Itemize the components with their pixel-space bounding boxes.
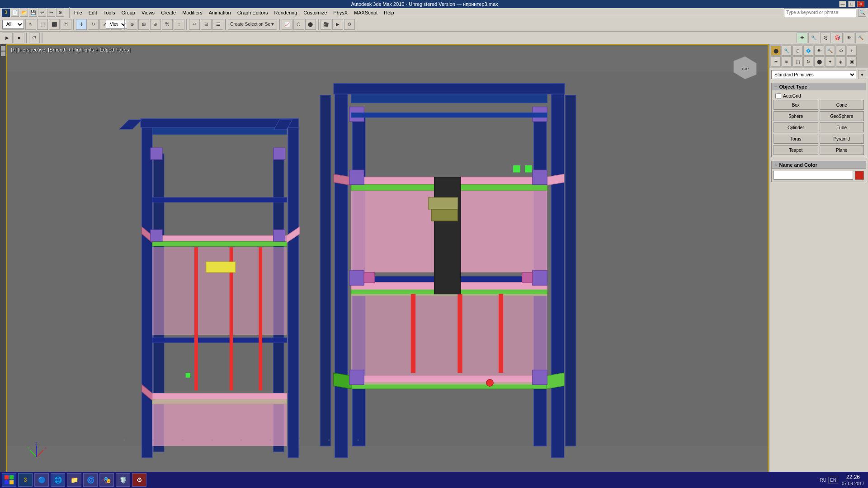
left-bar-btn-1[interactable] bbox=[1, 46, 5, 51]
name-input-field[interactable] bbox=[774, 171, 853, 180]
taskbar-app-3dsmax[interactable]: 3 bbox=[18, 473, 33, 487]
autogrid-checkbox[interactable] bbox=[775, 93, 781, 99]
taskbar-app-5[interactable]: 🌀 bbox=[83, 473, 98, 487]
viewport[interactable]: [+] [Perspective] [Smooth + Highlights +… bbox=[6, 44, 769, 474]
new-button[interactable]: 📄 bbox=[11, 9, 19, 17]
curve-editor-button[interactable]: 📈 bbox=[282, 19, 292, 30]
reference-coord-dropdown[interactable]: View bbox=[111, 19, 122, 30]
render-settings-button[interactable]: ⚙ bbox=[344, 19, 355, 30]
stop-animation-button[interactable]: ■ bbox=[14, 33, 24, 43]
taskbar-app-2[interactable]: 🔵 bbox=[34, 473, 49, 487]
color-swatch[interactable] bbox=[855, 171, 864, 180]
menu-customize[interactable]: Customize bbox=[301, 9, 330, 16]
create-selection-button[interactable]: Create Selection Se▼ bbox=[228, 19, 277, 30]
menu-tools[interactable]: Tools bbox=[101, 9, 118, 16]
utilities-panel-tab[interactable]: 🔨 bbox=[855, 33, 866, 43]
taskbar-app-3[interactable]: 🌐 bbox=[51, 473, 65, 487]
left-bar-btn-2[interactable] bbox=[1, 52, 5, 56]
minimize-button[interactable]: — bbox=[839, 1, 846, 7]
panel-icon-9[interactable]: ☀ bbox=[771, 56, 781, 66]
modify-panel-tab[interactable]: 🔧 bbox=[808, 33, 819, 43]
render-button[interactable]: 🎥 bbox=[321, 19, 331, 30]
dropdown-arrow[interactable]: ▼ bbox=[858, 70, 866, 79]
name-color-header[interactable]: − Name and Color bbox=[771, 161, 866, 169]
box-button[interactable]: Box bbox=[774, 100, 818, 110]
panel-icon-4[interactable]: 💠 bbox=[803, 46, 813, 56]
panel-icon-16[interactable]: ▣ bbox=[847, 56, 857, 66]
window-cross-button[interactable]: ⬛ bbox=[49, 19, 60, 30]
pyramid-button[interactable]: Pyramid bbox=[820, 134, 864, 144]
cone-button[interactable]: Cone bbox=[820, 100, 864, 110]
panel-icon-2[interactable]: 🔧 bbox=[782, 46, 792, 56]
panel-icon-8[interactable]: + bbox=[847, 46, 857, 56]
select-region-button[interactable]: ⬚ bbox=[37, 19, 48, 30]
snap-toggle-button[interactable]: ⊞ bbox=[138, 19, 149, 30]
menu-create[interactable]: Create bbox=[158, 9, 179, 16]
select-tool-button[interactable]: ↖ bbox=[25, 19, 36, 30]
select-filter-dropdown[interactable]: All bbox=[2, 19, 24, 30]
select-name-button[interactable]: H bbox=[61, 19, 71, 30]
cylinder-button[interactable]: Cylinder bbox=[774, 122, 818, 132]
material-editor-button[interactable]: ⬤ bbox=[305, 19, 316, 30]
panel-icon-7[interactable]: ⚙ bbox=[836, 46, 846, 56]
torus-button[interactable]: Torus bbox=[774, 134, 818, 144]
panel-icon-14[interactable]: ✦ bbox=[825, 56, 835, 66]
selection-filter-select[interactable]: All bbox=[2, 20, 24, 29]
panel-icon-6[interactable]: 🔨 bbox=[825, 46, 835, 56]
panel-icon-12[interactable]: ↻ bbox=[803, 56, 813, 66]
align-button[interactable]: ⊟ bbox=[201, 19, 212, 30]
select-move-button[interactable]: ✛ bbox=[76, 19, 87, 30]
language-switch[interactable]: EN bbox=[828, 477, 838, 483]
menu-views[interactable]: Views bbox=[139, 9, 157, 16]
menu-maxscript[interactable]: MAXScript bbox=[351, 9, 380, 16]
menu-edit[interactable]: Edit bbox=[86, 9, 100, 16]
save-button[interactable]: 💾 bbox=[29, 9, 37, 17]
primitive-type-dropdown[interactable]: Standard Primitives bbox=[771, 70, 856, 79]
panel-icon-13[interactable]: ⬤ bbox=[814, 56, 824, 66]
rotate-button[interactable]: ↻ bbox=[88, 19, 99, 30]
play-animation-button[interactable]: ▶ bbox=[2, 33, 13, 43]
motion-panel-tab[interactable]: 🎯 bbox=[832, 33, 843, 43]
menu-physx[interactable]: PhysX bbox=[330, 9, 350, 16]
angle-snap-button[interactable]: ⌀ bbox=[150, 19, 161, 30]
navigation-cube[interactable]: TOP bbox=[731, 54, 759, 81]
panel-icon-3[interactable]: ⬡ bbox=[793, 46, 802, 56]
tube-button[interactable]: Tube bbox=[820, 122, 864, 132]
panel-icon-10[interactable]: ≡ bbox=[782, 56, 792, 66]
create-panel-tab[interactable]: ✚ bbox=[797, 33, 807, 43]
panel-icon-15[interactable]: ◈ bbox=[836, 56, 846, 66]
menu-file[interactable]: File bbox=[71, 9, 85, 16]
redo-button[interactable]: ↪ bbox=[47, 9, 55, 17]
sphere-button[interactable]: Sphere bbox=[774, 111, 818, 121]
menu-group[interactable]: Group bbox=[118, 9, 138, 16]
menu-graph-editors[interactable]: Graph Editors bbox=[235, 9, 271, 16]
maximize-button[interactable]: □ bbox=[848, 1, 855, 7]
search-button[interactable]: 🔍 bbox=[858, 9, 866, 17]
panel-icon-11[interactable]: ⬚ bbox=[793, 56, 802, 66]
object-type-header[interactable]: − Object Type bbox=[772, 83, 866, 90]
time-slider-button[interactable]: ⏱ bbox=[29, 33, 40, 43]
search-input[interactable] bbox=[784, 8, 856, 17]
taskbar-app-8[interactable]: ⚙ bbox=[132, 473, 146, 487]
pivot-button[interactable]: ⊕ bbox=[127, 19, 137, 30]
display-panel-tab[interactable]: 👁 bbox=[844, 33, 854, 43]
taskbar-app-4[interactable]: 📁 bbox=[67, 473, 81, 487]
hierarchy-panel-tab[interactable]: ⛓ bbox=[820, 33, 831, 43]
options-button[interactable]: ⚙ bbox=[56, 9, 64, 17]
spinner-snap-button[interactable]: ↕ bbox=[174, 19, 184, 30]
panel-icon-1[interactable]: ⬤ bbox=[771, 46, 781, 56]
quick-render-button[interactable]: ▶ bbox=[332, 19, 343, 30]
menu-animation[interactable]: Animation bbox=[206, 9, 234, 16]
undo-button[interactable]: ↩ bbox=[38, 9, 46, 17]
taskbar-app-7[interactable]: 🛡️ bbox=[116, 473, 130, 487]
geosphere-button[interactable]: GeoSphere bbox=[820, 111, 864, 121]
open-button[interactable]: 📂 bbox=[20, 9, 28, 17]
schematic-view-button[interactable]: ⬡ bbox=[293, 19, 304, 30]
percent-snap-button[interactable]: % bbox=[162, 19, 173, 30]
menu-help[interactable]: Help bbox=[381, 9, 397, 16]
close-button[interactable]: ✕ bbox=[857, 1, 864, 7]
plane-button[interactable]: Plane bbox=[820, 145, 864, 155]
panel-icon-5[interactable]: 👁 bbox=[814, 46, 824, 56]
menu-modifiers[interactable]: Modifiers bbox=[179, 9, 205, 16]
taskbar-app-6[interactable]: 🎭 bbox=[99, 473, 114, 487]
